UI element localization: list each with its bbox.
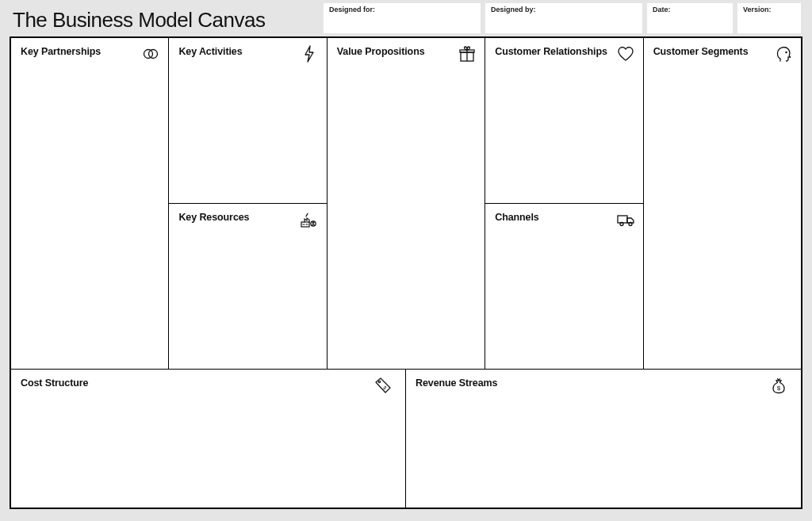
col-relationships-channels: Customer Relationships Channels — [485, 38, 643, 369]
date-field[interactable]: Date: — [647, 3, 733, 33]
col-customer-segments: Customer Segments — [644, 38, 801, 369]
svg-text:$: $ — [777, 385, 781, 392]
canvas-top-row: Key Partnerships Key Activities — [11, 38, 801, 370]
canvas-grid: Key Partnerships Key Activities — [10, 36, 802, 509]
cell-title-cost-structure: Cost Structure — [21, 377, 396, 389]
cell-customer-relationships[interactable]: Customer Relationships — [485, 38, 642, 204]
business-model-canvas-page: The Business Model Canvas Designed for: … — [0, 0, 812, 521]
cell-title-key-resources: Key Resources — [178, 212, 316, 223]
gift-icon — [458, 44, 477, 63]
cell-title-revenue-streams: Revenue Streams — [416, 377, 791, 389]
svg-point-6 — [312, 221, 314, 223]
designed-for-field[interactable]: Designed for: — [324, 3, 481, 33]
cell-title-customer-relationships: Customer Relationships — [495, 46, 633, 57]
cell-title-customer-segments: Customer Segments — [653, 46, 791, 57]
price-tag-icon: $ — [373, 376, 393, 395]
truck-icon — [616, 210, 635, 229]
svg-point-12 — [629, 222, 632, 225]
heart-icon — [616, 44, 635, 63]
designed-by-label: Designed by: — [491, 6, 536, 13]
designed-for-label: Designed for: — [329, 6, 375, 13]
page-title: The Business Model Canvas — [10, 3, 265, 33]
cell-key-partnerships[interactable]: Key Partnerships — [11, 38, 168, 369]
person-head-icon — [774, 44, 793, 63]
cell-title-channels: Channels — [495, 212, 633, 223]
cell-cost-structure[interactable]: Cost Structure $ — [11, 370, 406, 508]
meta-fields: Designed for: Designed by: Date: Version… — [324, 3, 802, 33]
money-bag-icon: $ — [769, 376, 788, 395]
col-activities-resources: Key Activities Key Resources — [169, 38, 327, 369]
cell-revenue-streams[interactable]: Revenue Streams $ — [406, 370, 801, 508]
svg-point-13 — [786, 52, 787, 52]
date-label: Date: — [653, 6, 671, 13]
col-key-partnerships: Key Partnerships — [11, 38, 169, 369]
cell-channels[interactable]: Channels — [485, 204, 642, 370]
svg-point-14 — [378, 381, 380, 382]
cell-customer-segments[interactable]: Customer Segments — [644, 38, 801, 369]
canvas-bottom-row: Cost Structure $ Revenue Streams $ — [11, 370, 801, 508]
col-value-propositions: Value Propositions — [327, 38, 485, 369]
version-label: Version: — [743, 6, 772, 13]
cell-title-key-partnerships: Key Partnerships — [21, 46, 159, 57]
svg-point-11 — [620, 222, 623, 225]
cell-value-propositions[interactable]: Value Propositions — [327, 38, 485, 369]
link-chain-icon — [141, 44, 160, 63]
factory-icon — [300, 210, 319, 229]
version-field[interactable]: Version: — [737, 3, 801, 33]
header: The Business Model Canvas Designed for: … — [0, 0, 812, 36]
cell-key-activities[interactable]: Key Activities — [169, 38, 326, 204]
svg-rect-10 — [618, 216, 627, 223]
cell-title-key-activities: Key Activities — [178, 46, 316, 57]
cell-title-value-propositions: Value Propositions — [337, 46, 475, 57]
designed-by-field[interactable]: Designed by: — [485, 3, 642, 33]
lightning-icon — [300, 44, 319, 63]
cell-key-resources[interactable]: Key Resources — [169, 204, 326, 370]
